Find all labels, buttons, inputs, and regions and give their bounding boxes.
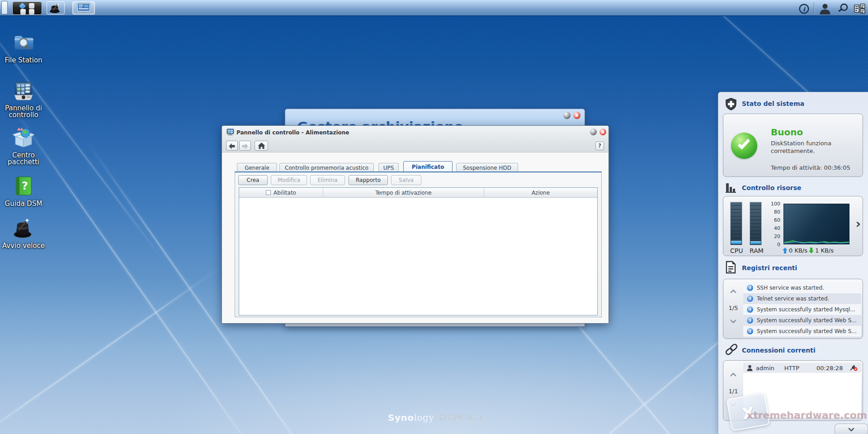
rapporto-button[interactable]: Rapporto — [349, 175, 388, 185]
conn-scroll-up[interactable] — [730, 372, 736, 379]
tab-controllo-promemoria[interactable]: Controllo promemoria acustico — [279, 163, 374, 172]
download-value: 1 KB/s — [815, 247, 834, 254]
close-icon[interactable]: x — [573, 112, 580, 119]
minimize-button[interactable] — [563, 112, 571, 119]
info-icon: i — [747, 328, 753, 334]
info-icon: i — [799, 4, 809, 14]
info-icon: i — [747, 306, 753, 313]
taskbar: i — [0, 0, 868, 16]
sidebar-collapse-tab[interactable] — [835, 424, 868, 434]
quick-start-icon — [12, 217, 35, 239]
connections-icon — [725, 342, 738, 356]
show-desktop-button[interactable] — [1, 1, 8, 14]
axis-0: 0 — [769, 242, 780, 248]
tab-generale[interactable]: Generale — [237, 163, 277, 172]
upload-value: 0 KB/s — [789, 247, 807, 254]
conn-protocol: HTTP — [784, 365, 799, 372]
window-minimize-button[interactable] — [590, 129, 597, 135]
disconnect-icon[interactable] — [850, 365, 858, 371]
axis-80: 80 — [769, 209, 780, 215]
desktop-icon-label: File Station — [0, 57, 47, 64]
active-app-button[interactable] — [72, 1, 95, 14]
log-list: iSSH service was started. iTelnet servic… — [743, 282, 861, 337]
status-desc: DiskStation funzionacorrettamente. — [771, 139, 831, 155]
log-row: iSSH service was started. — [743, 282, 861, 293]
status-text: Buono — [771, 127, 803, 138]
logs-scroll-up[interactable] — [730, 289, 736, 296]
watermark-text: xtremehardware.com — [747, 410, 867, 421]
main-menu-button[interactable] — [12, 1, 42, 15]
forward-button[interactable] — [239, 141, 251, 151]
axis-60: 60 — [769, 217, 780, 223]
column-tempo: Tempo di attivazione — [323, 188, 484, 197]
tab-ups[interactable]: UPS — [378, 163, 399, 172]
help-button[interactable]: ? — [595, 142, 604, 150]
resource-monitor-title: Controllo risorse — [742, 184, 802, 191]
schedule-table: Abilitato Tempo di attivazione Azione — [239, 187, 598, 315]
log-row: iSystem successfully started Web S... — [743, 315, 861, 326]
system-status-icon — [725, 97, 737, 111]
dsm-logo-version: DSM 4.1 — [439, 413, 484, 423]
resource-monitor-card: CPU RAM 100 80 60 40 20 0 0 KB/s 1 KB/s … — [723, 196, 863, 256]
log-row: iSystem successfully started Web S... — [743, 326, 861, 337]
upload-icon — [783, 248, 788, 253]
connections-title: Connessioni correnti — [742, 347, 816, 354]
quick-launch-button[interactable] — [47, 1, 65, 14]
resource-monitor-icon — [725, 181, 737, 194]
desktop-icon-package-center[interactable]: Centro pacchetti — [0, 127, 47, 166]
conn-time: 00:28:28 — [816, 365, 843, 372]
info-icon: i — [747, 317, 753, 324]
desktop-icon-label: Centro pacchetti — [0, 152, 47, 166]
info-button[interactable]: i — [797, 0, 810, 17]
axis-20: 20 — [769, 234, 780, 239]
modifica-button[interactable]: Modifica — [271, 175, 307, 185]
uptime-text: Tempo di attività: 00:36:05 — [771, 164, 850, 171]
column-label: Abilitato — [274, 190, 296, 196]
user-menu-button[interactable] — [817, 0, 833, 17]
back-arrow-icon — [228, 143, 236, 149]
desktop-icon-label: Avvio veloce — [0, 243, 47, 249]
conn-pager: 1/1 — [723, 388, 743, 395]
select-all-checkbox[interactable] — [266, 190, 271, 195]
system-status-card: Buono DiskStation funzionacorrettamente.… — [723, 114, 863, 177]
svg-text:?: ? — [22, 180, 28, 192]
desktop-icon-dsm-help[interactable]: ? Guida DSM — [0, 175, 47, 207]
desktop-icon-label: Guida DSM — [0, 200, 47, 207]
window-header: Pannello di controllo - Alimentazione x … — [222, 126, 609, 153]
connection-row: admin HTTP 00:28:28 — [743, 363, 861, 373]
user-icon — [819, 3, 831, 14]
back-button[interactable] — [226, 141, 238, 151]
status-ok-icon — [731, 133, 757, 159]
dsm-logo-brand-bold: Syno — [388, 412, 414, 423]
light-streak — [0, 267, 221, 434]
desktop-icon-control-panel[interactable]: Pannello di controllo — [0, 80, 47, 119]
log-row: iTelnet service was started. — [743, 293, 861, 304]
package-center-icon — [12, 127, 35, 148]
crea-button[interactable]: Crea — [238, 175, 268, 185]
window-close-icon[interactable]: x — [599, 129, 606, 135]
window-icon — [226, 129, 234, 136]
home-button[interactable] — [255, 141, 268, 151]
control-panel-icon — [12, 80, 35, 101]
search-button[interactable] — [835, 0, 851, 17]
main-menu-diamond — [19, 3, 26, 10]
desktop-icon-quick-start[interactable]: Avvio veloce — [0, 217, 47, 249]
elimina-button[interactable]: Elimina — [310, 175, 345, 185]
user-icon — [747, 365, 753, 371]
salva-button[interactable]: Salva — [391, 175, 421, 185]
ram-gauge — [750, 202, 762, 245]
desktop-icon-label: Pannello di controllo — [0, 105, 47, 119]
tab-pianificato[interactable]: Pianificato — [403, 161, 453, 172]
table-header: Abilitato Tempo di attivazione Azione — [239, 188, 597, 198]
pilot-view-button[interactable] — [853, 0, 866, 17]
pilot-view-icon — [854, 4, 865, 14]
desktop-icon-file-station[interactable]: File Station — [0, 32, 47, 64]
search-icon — [837, 3, 849, 14]
window-title: Pannello di controllo - Alimentazione — [236, 129, 349, 136]
logs-scroll-down[interactable] — [730, 317, 736, 324]
cpu-label: CPU — [730, 247, 742, 254]
expand-chevron[interactable]: › — [855, 216, 861, 231]
tab-sospensione-hdd[interactable]: Sospensione HDD — [456, 163, 518, 172]
download-icon — [809, 248, 814, 253]
cpu-gauge — [730, 202, 742, 245]
